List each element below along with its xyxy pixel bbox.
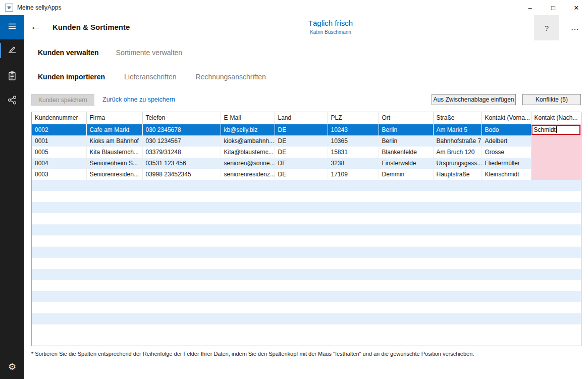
tab-kunden-verwalten[interactable]: Kunden verwalten xyxy=(38,49,99,57)
table-cell[interactable]: 0001 xyxy=(32,135,86,147)
empty-cell xyxy=(32,313,581,324)
back-button[interactable]: ← xyxy=(30,21,41,31)
table-cell[interactable]: 030 2345678 xyxy=(142,124,221,135)
maximize-button[interactable]: □ xyxy=(542,0,565,15)
empty-cell xyxy=(32,224,581,235)
table-row[interactable]: 0004Seniorenheim S...03531 123 456senior… xyxy=(32,158,581,169)
table-cell[interactable]: 15831 xyxy=(328,147,379,158)
column-header-7[interactable]: Ort xyxy=(379,112,433,124)
table-cell-kontakt-nachname[interactable] xyxy=(531,158,581,169)
table-cell[interactable]: Kioks am Bahnhof xyxy=(86,135,142,147)
back-without-saving-link[interactable]: Zurück ohne zu speichern xyxy=(102,96,175,103)
table-cell[interactable]: 03379/31248 xyxy=(142,147,221,158)
empty-row xyxy=(32,180,581,191)
table-cell[interactable]: DE xyxy=(275,158,328,169)
table-row[interactable]: 0005Kita Blausternch...03379/31248Kita@b… xyxy=(32,147,581,158)
hamburger-menu-button[interactable] xyxy=(0,15,24,39)
table-cell[interactable]: Seniorenheim S... xyxy=(86,158,142,169)
table-cell[interactable]: Adelbert xyxy=(482,135,531,147)
table-cell[interactable]: Bahnhofstraße 7 xyxy=(433,135,482,147)
more-options-button[interactable]: … xyxy=(565,20,584,34)
close-button[interactable]: ✕ xyxy=(565,0,588,15)
pen-form-icon xyxy=(7,44,17,57)
column-header-8[interactable]: Straße xyxy=(433,112,482,124)
table-cell[interactable]: Am Markt 5 xyxy=(433,124,482,135)
table-cell-kontakt-nachname[interactable] xyxy=(531,169,581,180)
column-header-3[interactable]: Telefon xyxy=(142,112,221,124)
table-cell[interactable]: DE xyxy=(275,124,328,135)
table-cell[interactable]: seniorenresidenz... xyxy=(221,169,275,180)
table-cell[interactable]: Cafe am Markt xyxy=(86,124,142,135)
table-cell[interactable]: 3238 xyxy=(328,158,379,169)
table-row[interactable]: 0002Cafe am Markt030 2345678kb@selly.biz… xyxy=(32,124,581,135)
column-header-4[interactable]: E-Mail xyxy=(221,112,275,124)
table-cell[interactable]: DE xyxy=(275,135,328,147)
hamburger-icon xyxy=(7,21,17,33)
table-cell[interactable]: 03998 23452345 xyxy=(142,169,221,180)
table-cell[interactable]: Seniorenresiden... xyxy=(86,169,142,180)
column-header-1[interactable]: Kundennummer xyxy=(32,112,86,124)
table-cell[interactable]: kioks@ambahnh... xyxy=(221,135,275,147)
tab-rechnungsanschriften[interactable]: Rechnungsanschriften xyxy=(196,73,266,81)
table-cell[interactable]: Hauptstraße xyxy=(433,169,482,180)
table-row[interactable]: 0003Seniorenresiden...03998 23452345seni… xyxy=(32,169,581,180)
table-cell[interactable]: 0004 xyxy=(32,158,86,169)
table-cell[interactable]: 0002 xyxy=(32,124,86,135)
table-cell[interactable]: DE xyxy=(275,147,328,158)
table-cell[interactable]: 0005 xyxy=(32,147,86,158)
table-cell[interactable]: Demmin xyxy=(379,169,433,180)
text-caret xyxy=(556,126,557,133)
account-header: Täglich frisch Katrin Buschmann xyxy=(255,19,406,35)
sidebar-item-orders[interactable] xyxy=(0,66,24,88)
table-cell[interactable]: Bodo xyxy=(482,124,531,135)
table-row[interactable]: 0001Kioks am Bahnhof030 1234567kioks@amb… xyxy=(32,135,581,147)
save-customers-button[interactable]: Kunden speichern xyxy=(31,94,94,106)
minimize-button[interactable]: – xyxy=(518,0,542,15)
table-cell-kontakt-nachname[interactable] xyxy=(531,147,581,158)
empty-cell xyxy=(32,191,581,202)
table-cell[interactable]: Kita Blausternch... xyxy=(86,147,142,158)
table-cell[interactable]: Am Bruch 120 xyxy=(433,147,482,158)
table-cell[interactable]: senioren@sonne... xyxy=(221,158,275,169)
tab-sortimente-verwalten[interactable]: Sortimente verwalten xyxy=(116,49,183,57)
column-header-6[interactable]: PLZ xyxy=(328,112,379,124)
table-cell[interactable]: 0003 xyxy=(32,169,86,180)
settings-gear-button[interactable]: ⚙ xyxy=(0,358,24,376)
table-cell[interactable]: Kita@blausternc... xyxy=(221,147,275,158)
table-cell-kontakt-nachname[interactable] xyxy=(531,135,581,147)
table-cell[interactable]: Finsterwalde xyxy=(379,158,433,169)
help-button[interactable]: ? xyxy=(534,15,559,40)
column-header-9[interactable]: Kontakt (Vorna... xyxy=(482,112,531,124)
table-cell[interactable]: Grosse xyxy=(482,147,531,158)
table-cell-kontakt-nachname[interactable]: Schmidt xyxy=(531,124,581,135)
table-cell[interactable]: Fliedermüller xyxy=(482,158,531,169)
conflicts-button[interactable]: Konflikte (5) xyxy=(522,94,581,105)
table-cell[interactable]: 03531 123 456 xyxy=(142,158,221,169)
paste-from-clipboard-button[interactable]: Aus Zwischenablage einfügen xyxy=(432,94,516,105)
column-header-2[interactable]: Firma xyxy=(86,112,142,124)
sorting-hint-note: * Sortieren Sie die Spalten entsprechend… xyxy=(31,351,474,357)
table-cell[interactable]: 10243 xyxy=(328,124,379,135)
table-cell[interactable]: kb@selly.biz xyxy=(221,124,275,135)
lastname-edit-value: Schmidt xyxy=(534,126,556,133)
tab-kunden-importieren[interactable]: Kunden importieren xyxy=(38,73,105,81)
table-cell[interactable]: Berlin xyxy=(379,124,433,135)
sidebar-item-connections[interactable] xyxy=(0,90,24,112)
lastname-edit-input[interactable]: Schmidt xyxy=(531,125,581,135)
empty-cell xyxy=(32,235,581,247)
table-cell[interactable]: Kleinschmidt xyxy=(482,169,531,180)
table-cell[interactable]: Berlin xyxy=(379,135,433,147)
table-cell[interactable]: DE xyxy=(275,169,328,180)
table-cell[interactable]: 030 1234567 xyxy=(142,135,221,147)
primary-tabs: Kunden verwalten Sortimente verwalten xyxy=(38,49,182,57)
column-header-10[interactable]: Kontakt (Nach... xyxy=(531,112,581,124)
empty-cell xyxy=(32,180,581,191)
table-cell[interactable]: Ursprungsgass... xyxy=(433,158,482,169)
column-header-5[interactable]: Land xyxy=(275,112,328,124)
table-cell[interactable]: 10365 xyxy=(328,135,379,147)
gear-icon: ⚙ xyxy=(8,361,16,372)
table-cell[interactable]: 17109 xyxy=(328,169,379,180)
table-cell[interactable]: Blankenfelde xyxy=(379,147,433,158)
sidebar-item-customers[interactable] xyxy=(0,39,24,62)
tab-lieferanschriften[interactable]: Lieferanschriften xyxy=(124,73,177,81)
